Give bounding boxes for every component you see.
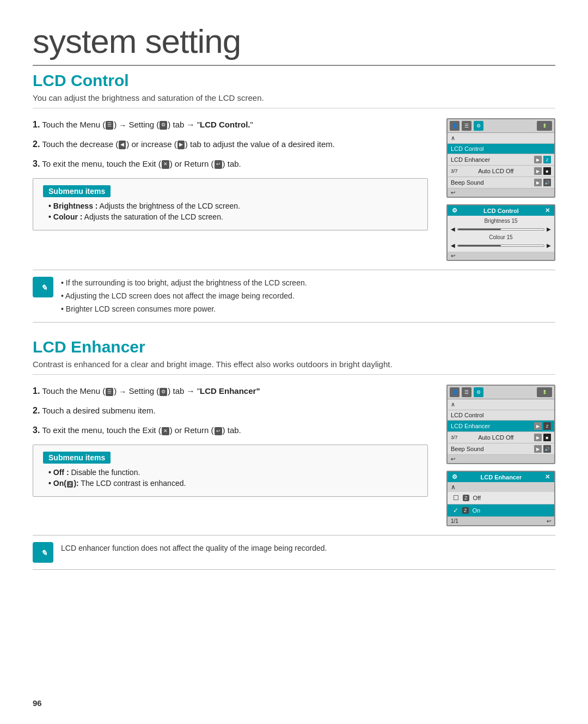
back-icon-slider: ↩ — [451, 253, 455, 259]
lcd-enhancer-screenshots: 👤 ☰ ⚙ 🔋 ∧ LCD Control — [441, 385, 555, 526]
enh-step-1-num: 1. — [33, 386, 40, 396]
submenu-title-1: Submenu items — [43, 185, 111, 197]
auto-lcd-nav: 3/7 — [451, 168, 458, 174]
enh-settings-icon: ⚙ — [160, 388, 167, 397]
enhancer-sub-header: ⚙ LCD Enhancer ✕ — [448, 472, 554, 482]
enh-page-num: 1/1 — [451, 518, 458, 524]
lcd-enhancer-label-mock2: LCD Enhancer — [451, 423, 490, 429]
submenu-item-on: On(Z): The LCD contrast is enhanced. — [43, 479, 418, 488]
mock-row-lcd-control: LCD Control — [448, 144, 554, 154]
page-title: system setting — [33, 22, 555, 66]
return-icon: ↩ — [215, 160, 222, 169]
svg-text:✎: ✎ — [41, 283, 47, 292]
row-icons-beep: ▶ 🔊 — [534, 179, 551, 186]
mock-nav-up: ∧ — [448, 133, 554, 144]
mock-back-row-2: ↩ — [448, 455, 554, 463]
lcd-control-step-2: 2. Touch the decrease (◀) or increase (▶… — [33, 138, 428, 151]
left-arrow-colour: ◀ — [451, 242, 455, 248]
back-icon-1: ↩ — [451, 190, 455, 196]
sound-btn-1: 🔊 — [543, 179, 551, 186]
mock2-row-lcd-enhancer: LCD Enhancer ▶ Z — [448, 421, 554, 432]
lcd-enhancer-label-mock: LCD Enhancer — [451, 156, 490, 163]
row-icons-enhancer: ▶ Z — [534, 156, 551, 163]
note-text-1: • If the surrounding is too bright, adju… — [61, 277, 307, 315]
brightness-track — [457, 228, 544, 230]
lcd-control-screenshots: 👤 ☰ ⚙ 🔋 ∧ LCD Control — [441, 118, 555, 261]
settings-icon-active-2: ⚙ — [474, 387, 483, 397]
enh-page-nav: 1/1 ↩ — [448, 517, 554, 525]
mockup-header-1: 👤 ☰ ⚙ 🔋 — [448, 119, 554, 133]
mock-back-row-1: ↩ — [448, 188, 554, 197]
lcd-control-heading: LCD Control — [33, 71, 555, 90]
lcd-control-body: 1. Touch the Menu (☰) → Setting (⚙) tab … — [33, 118, 555, 261]
mockup-rows-2: ∧ LCD Control LCD Enhancer ▶ Z — [448, 399, 554, 463]
brightness-slider-row: ◀ ▶ — [448, 224, 554, 234]
enh-step-3-num: 3. — [33, 425, 40, 435]
on-check: ✓ — [453, 507, 458, 514]
enhance-btn-2: Z — [543, 422, 551, 430]
off-check: ☐ — [453, 494, 459, 502]
lcd-enhancer-step-2: 2. Touch a desired submenu item. — [33, 404, 428, 417]
colour-slider-row: ◀ ▶ — [448, 240, 554, 251]
up-caret-enh: ∧ — [451, 483, 456, 491]
brightness-fill — [458, 229, 501, 230]
lcd-control-note-box: ✎ • If the surrounding is too bright, ad… — [33, 270, 555, 323]
lcd-control-mockup-slider: ⚙ LCD Control ✕ Brightness 15 ◀ ▶ Colour… — [446, 204, 555, 261]
enh-on-row: ✓ Z On — [448, 504, 554, 517]
lcd-enhancer-body: 1. Touch the Menu (☰) → Setting (⚙) tab … — [33, 385, 555, 526]
lcd-control-step-1: 1. Touch the Menu (☰) → Setting (⚙) tab … — [33, 118, 428, 131]
auto-lcd-label-mock2: Auto LCD Off — [478, 434, 513, 441]
lcd-enhancer-mockup-menu: 👤 ☰ ⚙ 🔋 ∧ LCD Control — [446, 385, 555, 464]
on-label-enh: On — [473, 507, 481, 514]
enh-nav-row: ∧ ∨ — [448, 482, 554, 492]
enh-off-row: ☐ Z Off — [448, 492, 554, 504]
decrease-icon: ◀ — [119, 141, 126, 149]
lcd-control-section: LCD Control You can adjust the brightnes… — [33, 71, 555, 323]
submenu-item-brightness: Brightness : Adjusts the brightness of t… — [43, 202, 418, 210]
colour-label: Colour 15 — [448, 234, 554, 240]
play-btn-2: ▶ — [534, 167, 542, 175]
row-icons-auto-lcd-2: ▶ ■ — [534, 434, 551, 441]
note-icon-2: ✎ — [33, 542, 53, 563]
auto-lcd-label-mock: Auto LCD Off — [478, 168, 513, 174]
lcd-control-mockup-menu: 👤 ☰ ⚙ 🔋 ∧ LCD Control — [446, 118, 555, 198]
slider-back-row: ↩ — [448, 252, 554, 260]
beep-sound-label-mock: Beep Sound — [451, 179, 484, 186]
left-arrow-brightness: ◀ — [451, 226, 455, 232]
note-text-2: LCD enhancer function does not affect th… — [61, 542, 327, 555]
battery-icon-2: 🔋 — [537, 387, 552, 397]
close-icon-slider: ✕ — [545, 207, 550, 214]
enh-return-icon: ↩ — [215, 427, 222, 436]
play-btn-4: ▶ — [534, 422, 542, 430]
lcd-enhancer-section: LCD Enhancer Contrast is enhanced for a … — [33, 338, 555, 570]
on-enhance-icon: Z — [462, 507, 469, 514]
page-number: 96 — [33, 698, 42, 708]
lcd-enhancer-description: Contrast is enhanced for a clear and bri… — [33, 360, 555, 375]
battery-icon: 🔋 — [537, 121, 552, 131]
mock-nav-up-2: ∧ — [448, 399, 554, 410]
enh-step-2-num: 2. — [33, 406, 40, 415]
submenu-item-colour: Colour : Adjusts the saturation of the L… — [43, 212, 418, 221]
colour-track — [457, 245, 544, 247]
back-icon-2: ↩ — [451, 456, 455, 462]
enhancer-sub-header-label: LCD Enhancer — [481, 474, 522, 480]
play-btn-5: ▶ — [534, 434, 542, 441]
sound-btn-2: 🔊 — [543, 445, 551, 453]
lcd-control-steps: 1. Touch the Menu (☰) → Setting (⚙) tab … — [33, 118, 428, 261]
lcd-enhancer-step-1: 1. Touch the Menu (☰) → Setting (⚙) tab … — [33, 385, 428, 398]
row-icons-beep-2: ▶ 🔊 — [534, 445, 551, 453]
row-icons-auto-lcd: ▶ ■ — [534, 167, 551, 175]
lcd-enhancer-steps: 1. Touch the Menu (☰) → Setting (⚙) tab … — [33, 385, 428, 526]
lcd-control-bold: LCD Control. — [200, 120, 250, 129]
lcd-control-label-mock: LCD Control — [451, 145, 484, 152]
step-1-num: 1. — [33, 120, 40, 129]
off-label-enh: Off — [473, 495, 481, 501]
step-3-num: 3. — [33, 159, 40, 168]
enh-exit-icon: ✕ — [162, 427, 169, 436]
slider-content: Brightness 15 ◀ ▶ Colour 15 ◀ — [448, 216, 554, 252]
mockup-rows-1: ∧ LCD Control LCD Enhancer ▶ Z — [448, 133, 554, 197]
settings-icon: ⚙ — [160, 121, 167, 130]
beep-sound-label-mock2: Beep Sound — [451, 446, 484, 452]
svg-text:✎: ✎ — [41, 549, 47, 557]
up-arrow-icon-2: ∧ — [451, 401, 455, 408]
